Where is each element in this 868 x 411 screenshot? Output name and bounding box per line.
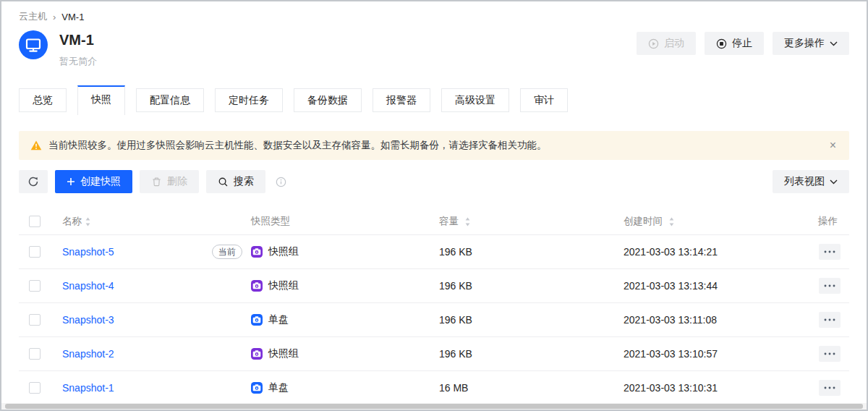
ellipsis-icon	[824, 352, 835, 355]
vm-monitor-icon	[19, 30, 48, 59]
chevron-down-icon	[830, 41, 838, 46]
capacity-cell: 196 KB	[439, 348, 624, 360]
snapshot-name-link[interactable]: Snapshot-2	[62, 348, 114, 360]
vm-detail-window: 云主机 › VM-1 VM-1 暂无简介 启动	[0, 0, 868, 411]
snapshot-table: 名称快照类型容量创建时间操作 Snapshot-5当前快照组196 KB2021…	[19, 208, 849, 404]
snapshot-group-icon	[251, 348, 263, 360]
capacity-cell: 16 MB	[439, 382, 624, 394]
ellipsis-icon	[824, 386, 835, 389]
row-actions-button[interactable]	[819, 312, 841, 328]
row-checkbox[interactable]	[29, 280, 41, 292]
created-time-cell: 2021-03-03 13:11:08	[624, 314, 817, 326]
more-actions-button[interactable]: 更多操作	[773, 32, 849, 55]
toolbar: 创建快照 删除 搜索	[19, 170, 849, 193]
column-header-label: 创建时间	[624, 215, 663, 228]
tab-snapshot[interactable]: 快照	[77, 85, 125, 115]
tab-backup-data[interactable]: 备份数据	[294, 88, 362, 112]
snapshot-type-label: 快照组	[268, 245, 299, 258]
page-title: VM-1	[59, 30, 637, 49]
refresh-icon	[27, 176, 39, 187]
play-circle-icon	[648, 38, 659, 49]
snapshot-name-link[interactable]: Snapshot-1	[62, 382, 114, 394]
sort-icon[interactable]	[668, 217, 675, 226]
snapshot-name-link[interactable]: Snapshot-4	[62, 280, 114, 292]
table-row: Snapshot-1单盘16 MB2021-03-03 13:10:31	[19, 370, 849, 404]
row-checkbox[interactable]	[29, 348, 41, 360]
delete-button[interactable]: 删除	[140, 170, 199, 193]
breadcrumb-separator-icon: ›	[53, 12, 56, 22]
search-button-label: 搜索	[234, 175, 254, 188]
create-snapshot-button[interactable]: 创建快照	[55, 170, 132, 193]
snapshot-group-icon	[251, 246, 263, 258]
ellipsis-icon	[824, 318, 835, 321]
row-actions-button[interactable]	[819, 278, 841, 294]
plus-icon	[67, 177, 75, 186]
warning-triangle-icon	[30, 140, 42, 151]
view-switcher-button[interactable]: 列表视图	[773, 170, 849, 193]
snapshot-name-link[interactable]: Snapshot-5	[62, 246, 114, 258]
table-row: Snapshot-2快照组196 KB2021-03-03 13:10:57	[19, 336, 849, 370]
row-checkbox[interactable]	[29, 314, 41, 326]
single-disk-icon	[251, 314, 263, 326]
start-button[interactable]: 启动	[637, 32, 696, 55]
page-subtitle: 暂无简介	[59, 55, 637, 68]
refresh-button[interactable]	[19, 170, 48, 193]
warning-banner-text: 当前快照较多。使用过多快照会影响云主机性能、数据安全以及主存储容量。如需长期备份…	[48, 139, 547, 152]
title-block: VM-1 暂无简介	[59, 30, 637, 68]
table-row: Snapshot-5当前快照组196 KB2021-03-03 13:14:21	[19, 234, 849, 268]
tab-bar: 总览快照配置信息定时任务备份数据报警器高级设置审计	[1, 85, 867, 115]
table-body: Snapshot-5当前快照组196 KB2021-03-03 13:14:21…	[19, 234, 849, 404]
breadcrumb-item-cloud-host[interactable]: 云主机	[19, 10, 47, 23]
ellipsis-icon	[824, 250, 835, 253]
column-header-label: 名称	[62, 215, 82, 228]
header-actions: 启动 停止 更多操作	[637, 30, 849, 55]
row-checkbox[interactable]	[29, 246, 41, 258]
stop-button[interactable]: 停止	[705, 32, 764, 55]
more-actions-label: 更多操作	[784, 37, 825, 50]
row-actions-button[interactable]	[819, 346, 841, 362]
snapshot-name-link[interactable]: Snapshot-3	[62, 314, 114, 326]
created-time-cell: 2021-03-03 13:13:44	[624, 280, 817, 292]
close-icon[interactable]: ×	[828, 138, 838, 153]
select-all-checkbox[interactable]	[29, 216, 41, 227]
snapshot-type-label: 单盘	[268, 381, 289, 394]
snapshot-group-icon	[251, 280, 263, 292]
search-button[interactable]: 搜索	[206, 170, 265, 193]
tab-config-info[interactable]: 配置信息	[136, 88, 204, 112]
create-snapshot-label: 创建快照	[80, 175, 121, 188]
table-row: Snapshot-3单盘196 KB2021-03-03 13:11:08	[19, 302, 849, 336]
chevron-down-icon	[830, 179, 838, 185]
horizontal-scrollbar[interactable]	[1, 403, 867, 410]
sort-icon[interactable]	[85, 217, 91, 226]
row-actions-button[interactable]	[819, 380, 841, 396]
tab-advanced-settings[interactable]: 高级设置	[441, 88, 509, 112]
created-time-cell: 2021-03-03 13:14:21	[624, 246, 817, 258]
horizontal-scrollbar-thumb[interactable]	[5, 404, 863, 409]
tab-overview[interactable]: 总览	[19, 88, 67, 112]
page-header: VM-1 暂无简介 启动 停止 更多操作	[1, 23, 867, 68]
row-actions-button[interactable]	[819, 244, 841, 260]
capacity-cell: 196 KB	[439, 280, 624, 292]
info-icon[interactable]	[276, 177, 286, 187]
search-icon	[218, 177, 229, 187]
sort-icon[interactable]	[464, 217, 471, 226]
content-area: 当前快照较多。使用过多快照会影响云主机性能、数据安全以及主存储容量。如需长期备份…	[1, 131, 867, 404]
tab-scheduled-tasks[interactable]: 定时任务	[215, 88, 283, 112]
delete-button-label: 删除	[167, 175, 187, 188]
view-switcher-label: 列表视图	[784, 175, 825, 188]
breadcrumb: 云主机 › VM-1	[1, 1, 867, 23]
tab-audit[interactable]: 审计	[520, 88, 568, 112]
created-time-cell: 2021-03-03 13:10:31	[624, 382, 817, 394]
snapshot-type-label: 快照组	[268, 347, 299, 360]
row-checkbox[interactable]	[29, 382, 41, 394]
capacity-cell: 196 KB	[439, 314, 624, 326]
snapshot-type-label: 单盘	[268, 313, 289, 326]
warning-banner: 当前快照较多。使用过多快照会影响云主机性能、数据安全以及主存储容量。如需长期备份…	[19, 131, 849, 160]
snapshot-type-label: 快照组	[268, 279, 299, 292]
tab-alarms[interactable]: 报警器	[373, 88, 430, 112]
capacity-cell: 196 KB	[439, 246, 624, 258]
stop-button-label: 停止	[732, 37, 752, 50]
current-badge: 当前	[212, 245, 242, 259]
breadcrumb-item-current: VM-1	[61, 12, 84, 22]
single-disk-icon	[251, 382, 263, 394]
